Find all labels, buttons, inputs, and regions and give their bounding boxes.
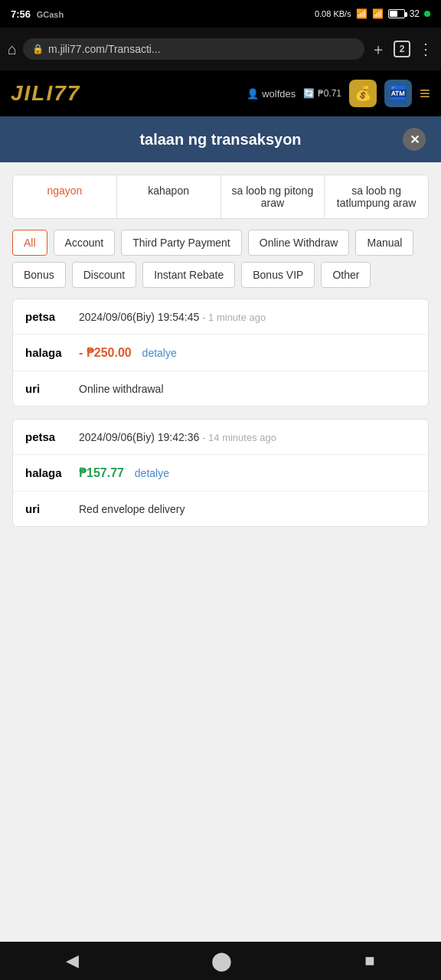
header-right: 👤 wolfdes 🔄 ₱0.71 💰 🏧 ≡ xyxy=(247,80,430,107)
username: wolfdes xyxy=(262,88,296,100)
tx1-uri-value: Online withdrawal xyxy=(79,383,416,395)
filter-instant-rebate[interactable]: Instant Rebate xyxy=(142,262,235,288)
tx2-uri-value: Red envelope delivery xyxy=(79,503,416,515)
tx2-amount-row: halaga ₱157.77 detalye xyxy=(13,455,428,492)
deposit-icon[interactable]: 💰 xyxy=(349,80,377,107)
user-info: 👤 wolfdes xyxy=(247,88,296,100)
balance-icon: 🔄 xyxy=(303,88,315,99)
browser-bar: ⌂ 🔒 m.jili77.com/Transacti... ＋ 2 ⋮ xyxy=(0,28,441,70)
withdraw-icon[interactable]: 🏧 xyxy=(384,80,412,107)
date-tab-7days[interactable]: sa loob ng pitong araw xyxy=(221,175,325,218)
close-button[interactable]: ✕ xyxy=(403,128,426,151)
filter-manual[interactable]: Manual xyxy=(355,230,413,256)
date-tab-30days[interactable]: sa loob ng tatlumpung araw xyxy=(325,175,428,218)
tx2-petsa-value: 2024/09/06(Biy) 19:42:36 - 14 minutes ag… xyxy=(79,431,416,443)
modal-header: talaan ng transaksyon ✕ xyxy=(0,116,441,162)
tx2-uri-row: uri Red envelope delivery xyxy=(13,492,428,526)
tab-count[interactable]: 2 xyxy=(394,41,410,57)
tx1-halaga-label: halaga xyxy=(25,346,79,359)
tx1-petsa-label: petsa xyxy=(25,310,79,323)
app-logo: JILI77 xyxy=(11,81,80,106)
tx1-uri-label: uri xyxy=(25,382,79,395)
green-dot xyxy=(424,11,430,17)
filter-all[interactable]: All xyxy=(12,230,47,256)
tx2-detail-link[interactable]: detalye xyxy=(135,467,169,479)
date-tab-yesterday[interactable]: kahapon xyxy=(117,175,221,218)
transaction-card-2: petsa 2024/09/06(Biy) 19:42:36 - 14 minu… xyxy=(12,419,429,527)
tx1-halaga-value: - ₱250.00 detalye xyxy=(79,345,416,360)
hamburger-icon[interactable]: ≡ xyxy=(420,83,430,104)
time: 7:56 xyxy=(11,8,31,20)
filter-online-withdraw[interactable]: Online Withdraw xyxy=(248,230,350,256)
data-speed: 0.08 KB/s xyxy=(315,9,351,18)
modal-title: talaan ng transaksyon xyxy=(38,131,403,149)
wifi-icon: 📶 xyxy=(372,8,384,19)
battery-level: 32 xyxy=(410,8,420,19)
home-icon[interactable]: ⌂ xyxy=(8,41,17,58)
main-content: ngayon kahapon sa loob ng pitong araw sa… xyxy=(0,162,441,942)
filter-bonus[interactable]: Bonus xyxy=(12,262,66,288)
status-bar: 7:56 GCash 0.08 KB/s 📶 📶 32 xyxy=(0,0,441,28)
tx2-uri-label: uri xyxy=(25,502,79,515)
status-time-gcash: 7:56 GCash xyxy=(11,8,64,20)
balance-amount: ₱0.71 xyxy=(318,88,341,99)
url-bar[interactable]: 🔒 m.jili77.com/Transacti... xyxy=(23,38,364,60)
signal-icon: 📶 xyxy=(356,8,368,19)
date-tab-today[interactable]: ngayon xyxy=(13,175,117,218)
tx2-petsa-label: petsa xyxy=(25,430,79,443)
transaction-card-1: petsa 2024/09/06(Biy) 19:54:45 - 1 minut… xyxy=(12,299,429,407)
tx1-detail-link[interactable]: detalye xyxy=(142,347,177,359)
back-button[interactable]: ◀ xyxy=(66,951,79,971)
home-button[interactable]: ⬤ xyxy=(211,950,232,972)
lock-icon: 🔒 xyxy=(32,44,44,54)
filter-account[interactable]: Account xyxy=(54,230,116,256)
balance: 🔄 ₱0.71 xyxy=(303,88,341,99)
filter-other[interactable]: Other xyxy=(321,262,371,288)
url-text: m.jili77.com/Transacti... xyxy=(48,43,161,55)
tx2-halaga-value: ₱157.77 detalye xyxy=(79,466,416,480)
date-tabs: ngayon kahapon sa loob ng pitong araw sa… xyxy=(12,175,429,219)
bottom-nav: ◀ ⬤ ■ xyxy=(0,942,441,980)
filter-discount[interactable]: Discount xyxy=(72,262,136,288)
tx1-uri-row: uri Online withdrawal xyxy=(13,371,428,406)
tx1-date-row: petsa 2024/09/06(Biy) 19:54:45 - 1 minut… xyxy=(13,299,428,335)
filter-bonus-vip[interactable]: Bonus VIP xyxy=(241,262,315,288)
filter-tags: All Account Third Party Payment Online W… xyxy=(12,230,429,288)
tx1-petsa-value: 2024/09/06(Biy) 19:54:45 - 1 minute ago xyxy=(79,311,416,323)
tx2-date-row: petsa 2024/09/06(Biy) 19:42:36 - 14 minu… xyxy=(13,420,428,455)
tx1-amount: - ₱250.00 xyxy=(79,346,132,359)
tx2-halaga-label: halaga xyxy=(25,466,79,479)
tx1-amount-row: halaga - ₱250.00 detalye xyxy=(13,335,428,371)
battery-icon xyxy=(388,9,405,18)
status-icons: 0.08 KB/s 📶 📶 32 xyxy=(315,8,430,19)
filter-third-party[interactable]: Third Party Payment xyxy=(121,230,242,256)
browser-actions: ＋ 2 ⋮ xyxy=(371,39,433,60)
gcash-label: GCash xyxy=(37,10,64,19)
menu-dots-icon[interactable]: ⋮ xyxy=(418,40,433,58)
tx2-amount: ₱157.77 xyxy=(79,466,124,479)
new-tab-icon[interactable]: ＋ xyxy=(371,39,386,60)
recents-button[interactable]: ■ xyxy=(364,951,374,971)
app-header: JILI77 👤 wolfdes 🔄 ₱0.71 💰 🏧 ≡ xyxy=(0,70,441,116)
user-icon: 👤 xyxy=(247,88,259,100)
